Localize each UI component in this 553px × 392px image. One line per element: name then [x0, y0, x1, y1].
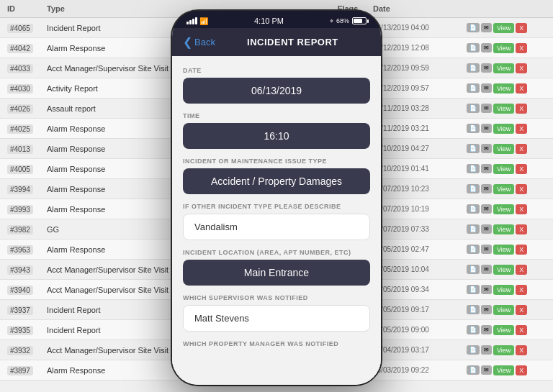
location-icon: ⌖ — [330, 17, 333, 25]
action-icon-2[interactable]: ✉ — [481, 43, 492, 53]
back-button[interactable]: ❮ Back — [183, 35, 215, 49]
action-icon-1[interactable]: 📄 — [467, 204, 480, 214]
view-button[interactable]: View — [493, 345, 514, 355]
location-field-section: INCIDENT LOCATION (AREA, APT NUMBER, ETC… — [183, 249, 370, 286]
cell-id: #3937 — [7, 306, 47, 314]
view-button[interactable]: View — [493, 63, 514, 73]
action-icon-1[interactable]: 📄 — [467, 104, 480, 113]
form-content: DATE 06/13/2019 TIME 16:10 INCIDENT OR M… — [172, 56, 381, 385]
cell-date: 06/10/2019 04:27 — [373, 145, 467, 152]
view-button[interactable]: View — [493, 224, 514, 234]
delete-button[interactable]: X — [516, 164, 527, 174]
signal-icon — [186, 17, 197, 24]
action-icon-1[interactable]: 📄 — [467, 325, 480, 334]
action-icon-2[interactable]: ✉ — [481, 245, 492, 254]
date-label: DATE — [183, 67, 370, 74]
delete-button[interactable]: X — [516, 345, 527, 355]
action-icon-2[interactable]: ✉ — [481, 23, 492, 32]
view-button[interactable]: View — [493, 144, 514, 154]
action-icon-1[interactable]: 📄 — [467, 184, 480, 193]
view-button[interactable]: View — [493, 43, 514, 53]
date-value[interactable]: 06/13/2019 — [183, 78, 370, 104]
action-icon-2[interactable]: ✉ — [481, 104, 492, 113]
delete-button[interactable]: X — [516, 144, 527, 154]
delete-button[interactable]: X — [516, 63, 527, 73]
location-value[interactable]: Main Entrance — [183, 260, 370, 286]
cell-actions: 📄✉ViewX — [467, 124, 546, 134]
action-icon-1[interactable]: 📄 — [467, 63, 480, 73]
cell-actions: 📄✉ViewX — [467, 104, 546, 114]
cell-id: #4033 — [7, 64, 47, 73]
view-button[interactable]: View — [493, 23, 514, 33]
action-icon-1[interactable]: 📄 — [467, 23, 480, 32]
delete-button[interactable]: X — [516, 124, 527, 134]
action-icon-2[interactable]: ✉ — [481, 345, 492, 355]
delete-button[interactable]: X — [516, 224, 527, 234]
action-icon-1[interactable]: 📄 — [467, 164, 480, 173]
view-button[interactable]: View — [493, 265, 514, 275]
action-icon-2[interactable]: ✉ — [481, 63, 492, 73]
action-icon-2[interactable]: ✉ — [481, 124, 492, 133]
supervisor-field-section: WHICH SUPERVISOR WAS NOTIFIED Matt Steve… — [183, 294, 370, 332]
action-icon-2[interactable]: ✉ — [481, 164, 492, 173]
action-icon-1[interactable]: 📄 — [467, 124, 480, 133]
delete-button[interactable]: X — [516, 184, 527, 194]
view-button[interactable]: View — [493, 184, 514, 194]
action-icon-2[interactable]: ✉ — [481, 265, 492, 274]
cell-id: #4026 — [7, 104, 47, 113]
time-value[interactable]: 16:10 — [183, 123, 370, 149]
view-button[interactable]: View — [493, 164, 514, 174]
other-type-input[interactable]: Vandalism — [183, 214, 370, 240]
action-icon-2[interactable]: ✉ — [481, 204, 492, 214]
action-icon-1[interactable]: 📄 — [467, 365, 480, 375]
cell-date: 06/13/2019 04:00 — [373, 24, 467, 32]
view-button[interactable]: View — [493, 83, 514, 94]
delete-button[interactable]: X — [516, 43, 527, 53]
view-button[interactable]: View — [493, 245, 514, 255]
view-button[interactable]: View — [493, 124, 514, 134]
view-button[interactable]: View — [493, 365, 514, 375]
supervisor-input[interactable]: Matt Stevens — [183, 305, 370, 332]
view-button[interactable]: View — [493, 285, 514, 295]
action-icon-1[interactable]: 📄 — [467, 345, 480, 355]
view-button[interactable]: View — [493, 305, 514, 315]
delete-button[interactable]: X — [516, 83, 527, 94]
delete-button[interactable]: X — [516, 204, 527, 214]
action-icon-2[interactable]: ✉ — [481, 305, 492, 314]
view-button[interactable]: View — [493, 325, 514, 335]
delete-button[interactable]: X — [516, 305, 527, 315]
cell-date: 06/05/2019 09:34 — [373, 286, 467, 293]
action-icon-1[interactable]: 📄 — [467, 305, 480, 314]
action-icon-1[interactable]: 📄 — [467, 83, 480, 93]
action-icon-2[interactable]: ✉ — [481, 144, 492, 153]
action-icon-1[interactable]: 📄 — [467, 224, 480, 234]
cell-id: #4042 — [7, 44, 47, 53]
delete-button[interactable]: X — [516, 285, 527, 295]
issue-type-value[interactable]: Accident / Property Damages — [183, 168, 370, 194]
cell-date: 06/07/2019 10:19 — [373, 205, 467, 213]
delete-button[interactable]: X — [516, 265, 527, 275]
action-icon-2[interactable]: ✉ — [481, 325, 492, 334]
action-icon-1[interactable]: 📄 — [467, 245, 480, 254]
time-label: TIME — [183, 112, 370, 119]
nav-title: INCIDENT REPORT — [215, 37, 370, 47]
view-button[interactable]: View — [493, 204, 514, 214]
delete-button[interactable]: X — [516, 23, 527, 33]
delete-button[interactable]: X — [516, 365, 527, 375]
cell-id: #3982 — [7, 225, 47, 234]
action-icon-1[interactable]: 📄 — [467, 265, 480, 274]
delete-button[interactable]: X — [516, 104, 527, 114]
action-icon-1[interactable]: 📄 — [467, 144, 480, 153]
action-icon-2[interactable]: ✉ — [481, 224, 492, 234]
battery-pct: 68% — [336, 17, 349, 24]
action-icon-2[interactable]: ✉ — [481, 365, 492, 375]
view-button[interactable]: View — [493, 104, 514, 114]
cell-actions: 📄✉ViewX — [467, 164, 546, 174]
action-icon-2[interactable]: ✉ — [481, 83, 492, 93]
action-icon-2[interactable]: ✉ — [481, 184, 492, 193]
action-icon-1[interactable]: 📄 — [467, 285, 480, 294]
delete-button[interactable]: X — [516, 325, 527, 335]
action-icon-1[interactable]: 📄 — [467, 43, 480, 53]
action-icon-2[interactable]: ✉ — [481, 285, 492, 294]
delete-button[interactable]: X — [516, 245, 527, 255]
